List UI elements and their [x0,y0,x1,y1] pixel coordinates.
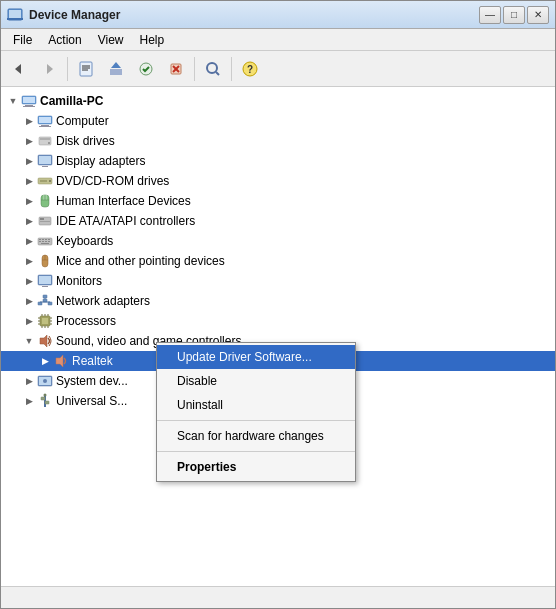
tree-item-disk[interactable]: ▶ Disk drives [1,131,555,151]
tree-item-processors[interactable]: ▶ Proces [1,311,555,331]
system-expander[interactable]: ▶ [21,373,37,389]
minimize-button[interactable]: — [479,6,501,24]
ctx-update-driver[interactable]: Update Driver Software... [157,345,355,369]
svg-marker-10 [111,62,121,68]
update-driver-button[interactable] [102,55,130,83]
tree-item-dvd[interactable]: ▶ DVD/CD-ROM drives [1,171,555,191]
menu-help[interactable]: Help [132,30,173,50]
ctx-scan-hardware[interactable]: Scan for hardware changes [157,424,355,448]
tree-item-display[interactable]: ▶ Display adapters [1,151,555,171]
window-icon [7,7,23,23]
realtek-icon [53,353,69,369]
tree-view[interactable]: ▼ Camilla-PC ▶ [1,87,555,586]
tree-item-monitors[interactable]: ▶ Monitors [1,271,555,291]
close-button[interactable]: ✕ [527,6,549,24]
svg-rect-46 [45,239,47,240]
root-expander[interactable]: ▼ [5,93,21,109]
dvd-expander[interactable]: ▶ [21,173,37,189]
hid-expander[interactable]: ▶ [21,193,37,209]
svg-point-84 [43,379,47,383]
svg-rect-41 [40,218,44,220]
menu-action[interactable]: Action [40,30,89,50]
svg-rect-25 [41,125,49,126]
usb-label: Universal S... [56,394,127,408]
help-button[interactable]: ? [236,55,264,83]
svg-rect-67 [42,318,48,324]
svg-rect-58 [42,286,48,287]
realtek-expander[interactable]: ▶ [37,353,53,369]
computer-label: Computer [56,114,109,128]
toolbar: ? [1,51,555,87]
maximize-button[interactable]: □ [503,6,525,24]
mice-expander[interactable]: ▶ [21,253,37,269]
ctx-uninstall[interactable]: Uninstall [157,393,355,417]
hid-icon [37,193,53,209]
tree-item-network[interactable]: ▶ Network adapters [1,291,555,311]
svg-rect-2 [7,18,23,20]
context-menu: Update Driver Software... Disable Uninst… [156,342,356,482]
monitor-icon [37,273,53,289]
svg-rect-1 [9,10,21,18]
forward-button[interactable] [35,55,63,83]
ide-label: IDE ATA/ATAPI controllers [56,214,195,228]
computer-expander[interactable]: ▶ [21,113,37,129]
svg-text:?: ? [247,64,253,75]
tree-item-hid[interactable]: ▶ Human Interface Devices [1,191,555,211]
ctx-separator-2 [157,451,355,452]
svg-rect-62 [43,295,47,298]
title-bar: Device Manager — □ ✕ [1,1,555,29]
processors-label: Processors [56,314,116,328]
mice-icon [37,253,53,269]
window-title: Device Manager [29,8,479,22]
ctx-properties[interactable]: Properties [157,455,355,479]
menu-view[interactable]: View [90,30,132,50]
uninstall-button[interactable] [162,55,190,83]
device-manager-window: Device Manager — □ ✕ File Action View He… [0,0,556,609]
ide-expander[interactable]: ▶ [21,213,37,229]
svg-marker-3 [15,64,21,74]
keyboards-expander[interactable]: ▶ [21,233,37,249]
svg-marker-4 [47,64,53,74]
menu-bar: File Action View Help [1,29,555,51]
ctx-disable[interactable]: Disable [157,369,355,393]
back-button[interactable] [5,55,33,83]
computer-icon [21,93,37,109]
system-label: System dev... [56,374,128,388]
svg-rect-52 [41,243,49,244]
svg-rect-35 [40,180,47,182]
display-expander[interactable]: ▶ [21,153,37,169]
svg-rect-32 [42,166,48,167]
network-expander[interactable]: ▶ [21,293,37,309]
tree-item-computer[interactable]: ▶ Computer [1,111,555,131]
svg-rect-57 [39,276,51,284]
svg-rect-87 [45,401,49,404]
disk-expander[interactable]: ▶ [21,133,37,149]
scan-button[interactable] [199,55,227,83]
menu-file[interactable]: File [5,30,40,50]
sound-expander[interactable]: ▼ [21,333,37,349]
svg-rect-44 [39,239,41,240]
svg-rect-22 [23,106,35,107]
monitors-expander[interactable]: ▶ [21,273,37,289]
usb-icon [37,393,53,409]
tree-root[interactable]: ▼ Camilla-PC [1,91,555,111]
enable-button[interactable] [132,55,160,83]
tree-item-keyboards[interactable]: ▶ Keyboards [1,231,555,251]
hid-label: Human Interface Devices [56,194,191,208]
ide-icon [37,213,53,229]
processors-expander[interactable]: ▶ [21,313,37,329]
keyboards-label: Keyboards [56,234,113,248]
tree-item-mice[interactable]: ▶ Mice and other pointing devices [1,251,555,271]
separator-3 [231,57,232,81]
svg-rect-86 [41,397,45,400]
properties-button[interactable] [72,55,100,83]
display-label: Display adapters [56,154,145,168]
processor-icon [37,313,53,329]
svg-rect-47 [48,239,50,240]
usb-expander[interactable]: ▶ [21,393,37,409]
svg-rect-20 [23,97,35,103]
svg-point-15 [207,63,217,73]
svg-rect-28 [40,138,50,140]
svg-rect-26 [39,126,51,127]
tree-item-ide[interactable]: ▶ IDE ATA/ATAPI controllers [1,211,555,231]
